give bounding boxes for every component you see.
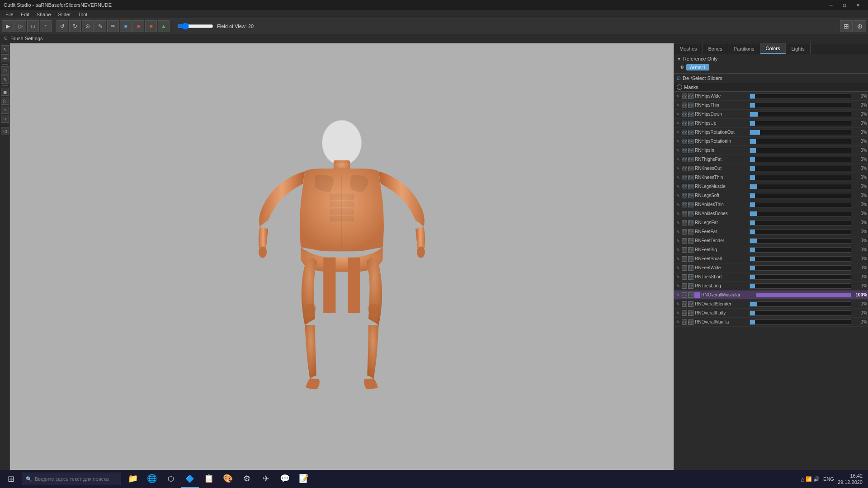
slider-track[interactable] bbox=[750, 112, 851, 117]
slider-row[interactable]: ✎ ✓ ✓ RNFeetTender 0% bbox=[674, 236, 868, 245]
slider-row[interactable]: ✎ ✓ ✓ RNFeetFat 0% bbox=[674, 227, 868, 236]
tool-cursor[interactable]: ◁ bbox=[1, 127, 9, 135]
slider-track[interactable] bbox=[750, 130, 851, 135]
slider-track[interactable] bbox=[750, 148, 851, 153]
slider-track[interactable] bbox=[750, 211, 851, 216]
slider-row[interactable]: ✎ ✓ ✓ RNKneesThin 0% bbox=[674, 173, 868, 182]
slider-track[interactable] bbox=[750, 103, 851, 108]
slider-track[interactable] bbox=[750, 265, 851, 271]
slider-checkbox-1[interactable]: ✓ bbox=[682, 139, 687, 144]
slider-checkbox-1[interactable]: ✓ bbox=[682, 310, 687, 316]
slider-track[interactable] bbox=[750, 274, 851, 280]
tab-partitions[interactable]: Partitions bbox=[728, 43, 760, 54]
slider-checkbox-2[interactable]: ✓ bbox=[688, 193, 693, 198]
slider-track[interactable] bbox=[750, 310, 851, 316]
slider-checkbox-2[interactable]: ✓ bbox=[688, 265, 693, 271]
slider-checkbox-1[interactable]: ✓ bbox=[682, 211, 687, 216]
deselect-sliders-row[interactable]: ☑ De-/Select Sliders bbox=[674, 74, 868, 83]
slider-row[interactable]: ✎ ✓ ✓ RNFeetSmall 0% bbox=[674, 254, 868, 263]
toolbar-new[interactable]: ▶ bbox=[2, 20, 14, 32]
reference-collapse-icon[interactable]: ▼ bbox=[677, 56, 681, 61]
slider-row[interactable]: ✎ ✓ ✓ RNLegsFat 0% bbox=[674, 218, 868, 227]
slider-checkbox-2[interactable]: ✓ bbox=[688, 220, 693, 225]
slider-checkbox-2[interactable]: ✓ bbox=[688, 184, 693, 189]
tab-lights[interactable]: Lights bbox=[786, 43, 810, 54]
toolbar-color2[interactable]: ■ bbox=[132, 20, 144, 32]
slider-row[interactable]: ✎ ✓ ✓ RNToesLong 0% bbox=[674, 282, 868, 291]
slider-checkbox-1[interactable]: ✓ bbox=[682, 220, 687, 225]
tool-brush[interactable]: ⊙ bbox=[1, 66, 9, 75]
slider-checkbox-3[interactable] bbox=[694, 292, 700, 298]
slider-checkbox-1[interactable]: ✓ bbox=[682, 121, 687, 126]
slider-track[interactable] bbox=[750, 166, 851, 171]
taskbar-app-photoshop[interactable]: 🎨 bbox=[219, 470, 237, 488]
slider-row[interactable]: ✎ ✓ ✓ RNHipsIn 0% bbox=[674, 146, 868, 155]
slider-checkbox-1[interactable]: ✓ bbox=[682, 283, 687, 289]
slider-checkbox-2[interactable]: ✓ bbox=[688, 229, 693, 235]
toolbar-help1[interactable]: ⊞ bbox=[840, 20, 853, 32]
slider-track[interactable] bbox=[750, 202, 851, 207]
slider-checkbox-1[interactable]: ✓ bbox=[682, 319, 687, 325]
slider-track[interactable] bbox=[750, 283, 851, 289]
slider-checkbox-2[interactable]: ✓ bbox=[688, 94, 693, 99]
slider-checkbox-2[interactable]: ✓ bbox=[688, 310, 693, 316]
taskbar-app-notes[interactable]: 📝 bbox=[295, 470, 313, 488]
taskbar-start-button[interactable]: ⊞ bbox=[2, 470, 20, 488]
slider-checkbox-2[interactable]: ✓ bbox=[688, 139, 693, 144]
slider-row[interactable]: ✎ ✓ ✓ RNFeetWide 0% bbox=[674, 263, 868, 272]
slider-checkbox-2[interactable]: ✓ bbox=[688, 274, 693, 280]
slider-row[interactable]: ✎ ✓ ✓ RNToesShort 0% bbox=[674, 272, 868, 282]
close-button[interactable]: ✕ bbox=[852, 0, 864, 10]
slider-checkbox-2[interactable]: ✓ bbox=[688, 148, 693, 153]
slider-checkbox-1[interactable]: ✓ bbox=[682, 292, 687, 298]
menu-file[interactable]: File bbox=[2, 11, 17, 18]
tab-meshes[interactable]: Meshes bbox=[674, 43, 703, 54]
slider-row[interactable]: ✎ ✓ ✓ RNHipsRotationIn 0% bbox=[674, 137, 868, 146]
tool-inflate[interactable]: ◎ bbox=[1, 97, 9, 105]
taskbar-search-input[interactable] bbox=[35, 476, 112, 482]
slider-checkbox-2[interactable]: ✓ bbox=[688, 103, 693, 108]
tool-smooth[interactable]: ≋ bbox=[1, 115, 9, 123]
slider-checkbox-1[interactable]: ✓ bbox=[682, 193, 687, 198]
slider-row[interactable]: ✎ ✓ ✓ RNFeetBig 0% bbox=[674, 245, 868, 254]
slider-checkbox-1[interactable]: ✓ bbox=[682, 247, 687, 253]
slider-checkbox-2[interactable]: ✓ bbox=[688, 202, 693, 207]
slider-checkbox-2[interactable]: ✓ bbox=[688, 175, 693, 180]
slider-checkbox-1[interactable]: ✓ bbox=[682, 148, 687, 153]
slider-track[interactable] bbox=[750, 220, 851, 225]
viewport[interactable] bbox=[10, 43, 674, 488]
slider-track[interactable] bbox=[756, 292, 851, 298]
slider-track[interactable] bbox=[750, 94, 851, 99]
slider-row[interactable]: ✎ ✓ ✓ RNKneesOut 0% bbox=[674, 164, 868, 173]
slider-checkbox-2[interactable]: ✓ bbox=[688, 256, 693, 262]
slider-row[interactable]: ✎ ✓ ✓ RNHipsThin 0% bbox=[674, 101, 868, 110]
taskbar-app-telegram[interactable]: ✈ bbox=[257, 470, 275, 488]
taskbar-app-outfit[interactable]: 🔷 bbox=[181, 470, 199, 488]
slider-track[interactable] bbox=[750, 139, 851, 144]
slider-checkbox-1[interactable]: ✓ bbox=[682, 238, 687, 244]
minimize-button[interactable]: ─ bbox=[825, 0, 837, 10]
slider-row[interactable]: ✎ ✓ ✓ RNOverallSlender 0% bbox=[674, 300, 868, 309]
slider-checkbox-1[interactable]: ✓ bbox=[682, 256, 687, 262]
toolbar-color3[interactable]: ■ bbox=[145, 20, 157, 32]
slider-track[interactable] bbox=[750, 157, 851, 162]
slider-track[interactable] bbox=[750, 256, 851, 262]
toolbar-paint[interactable]: ✎ bbox=[94, 20, 106, 32]
slider-track[interactable] bbox=[750, 238, 851, 244]
toolbar-save[interactable]: □ bbox=[27, 20, 39, 32]
toolbar-open[interactable]: ▷ bbox=[14, 20, 26, 32]
slider-checkbox-1[interactable]: ✓ bbox=[682, 184, 687, 189]
taskbar-app-explorer[interactable]: 📁 bbox=[124, 470, 142, 488]
slider-checkbox-2[interactable]: ✓ bbox=[688, 283, 693, 289]
slider-checkbox-2[interactable]: ✓ bbox=[688, 211, 693, 216]
slider-track[interactable] bbox=[750, 184, 851, 189]
slider-track[interactable] bbox=[750, 193, 851, 198]
menu-tool[interactable]: Tool bbox=[75, 11, 91, 18]
tab-colors[interactable]: Colors bbox=[760, 43, 786, 54]
slider-checkbox-1[interactable]: ✓ bbox=[682, 202, 687, 207]
slider-row[interactable]: ✎ ✓ ✓ RNOverallVanilla 0% bbox=[674, 318, 868, 327]
slider-checkbox-1[interactable]: ✓ bbox=[682, 265, 687, 271]
slider-checkbox-2[interactable]: ✓ bbox=[688, 130, 693, 135]
tool-mask[interactable]: ◼ bbox=[1, 88, 9, 96]
sliders-section[interactable]: ☑ De-/Select Sliders ○ Masks ✎ ✓ ✓ RNHip… bbox=[674, 74, 868, 488]
